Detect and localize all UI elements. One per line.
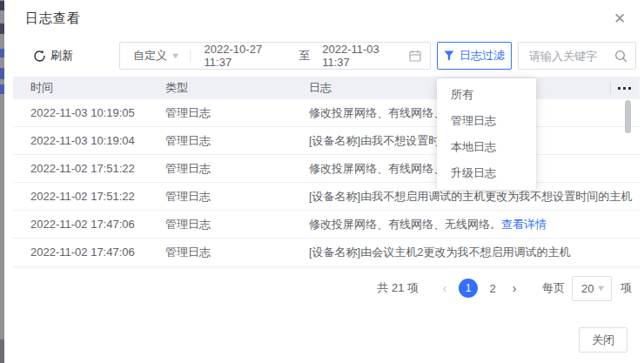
table-row: 2022-11-03 10:19:05 管理日志 修改投屏网络、有线网络、无线网…: [13, 99, 640, 127]
table-row: 2022-11-02 17:47:06 管理日志 [设备名称]由会议主机2更改为…: [13, 239, 640, 266]
range-to-label: 至: [292, 48, 317, 64]
log-time: 2022-11-02 17:47:06: [30, 239, 135, 266]
menu-item-all[interactable]: 所有: [437, 82, 536, 108]
log-type: 管理日志: [165, 239, 211, 266]
range-mode-select[interactable]: 自定义: [120, 48, 171, 64]
date-range-picker[interactable]: 自定义 ▼ 2022-10-27 11:37 至 2022-11-03 11:3…: [119, 42, 431, 70]
unit-label: 项: [621, 280, 632, 296]
refresh-label: 刷新: [50, 48, 73, 64]
log-type: 管理日志: [165, 99, 211, 127]
keyword-search: [518, 42, 636, 70]
page-size-value: 20: [581, 282, 594, 295]
menu-item-local-log[interactable]: 本地日志: [437, 134, 536, 160]
chevron-down-icon: ▼: [170, 51, 180, 60]
underlay-fragment: [0, 339, 4, 363]
log-viewer-dialog: 日志查看 ✕ 刷新 自定义 ▼ 2022-10-27 11:37 至 2022-…: [4, 0, 644, 363]
filter-icon: [444, 50, 454, 61]
table-row: 2022-11-03 10:19:04 管理日志 [设备名称]由我不想设置时间的…: [13, 127, 640, 155]
search-icon[interactable]: [614, 50, 627, 63]
log-viewer-dialog-stage: 日志查看 ✕ 刷新 自定义 ▼ 2022-10-27 11:37 至 2022-…: [0, 0, 644, 363]
log-message: [设备名称]由会议主机2更改为我不想启用调试的主机: [309, 239, 570, 266]
table-row: 2022-11-02 17:51:22 管理日志 [设备名称]由我不想启用调试的…: [13, 183, 640, 211]
log-filter-menu: 所有 管理日志 本地日志 升级日志: [437, 78, 536, 190]
log-type: 管理日志: [165, 155, 211, 183]
per-page-label: 每页: [542, 280, 565, 296]
log-time: 2022-11-03 10:19:04: [30, 127, 135, 155]
calendar-icon: [409, 50, 421, 62]
underlay-fragment: [0, 49, 4, 57]
total-count-label: 共 21 项: [377, 280, 419, 296]
search-input[interactable]: [519, 50, 614, 63]
table-row: 2022-11-02 17:47:06 管理日志 修改投屏网络、有线网络、无线网…: [13, 211, 640, 239]
page-button-1-active[interactable]: 1: [459, 279, 478, 298]
page-button-2[interactable]: 2: [481, 282, 504, 295]
start-date-value[interactable]: 2022-10-27 11:37: [199, 43, 292, 69]
log-message: 修改投屏网络、有线网络、无线网络。查看详情: [309, 211, 547, 239]
refresh-button[interactable]: 刷新: [33, 48, 73, 64]
end-date-value[interactable]: 2022-11-03 11:37: [317, 43, 409, 69]
log-time: 2022-11-03 10:19:05: [30, 99, 135, 127]
range-divider: [190, 50, 191, 63]
table-bottom-border: [13, 267, 640, 268]
view-details-link[interactable]: 查看详情: [501, 218, 547, 231]
column-settings-button[interactable]: [610, 77, 634, 99]
column-header-log: 日志: [309, 77, 332, 99]
close-button[interactable]: 关闭: [579, 327, 627, 353]
log-type: 管理日志: [165, 183, 211, 211]
underlay-fragment: [0, 24, 4, 34]
table-header: 时间 类型 日志: [13, 77, 640, 99]
chevron-down-icon: ▼: [596, 284, 607, 292]
close-icon[interactable]: ✕: [609, 9, 630, 30]
menu-item-upgrade-log[interactable]: 升级日志: [437, 160, 536, 186]
menu-item-management-log[interactable]: 管理日志: [437, 108, 536, 134]
dialog-title: 日志查看: [25, 10, 81, 27]
log-filter-button[interactable]: 日志过滤: [437, 42, 512, 70]
next-page-button[interactable]: ›: [504, 281, 525, 295]
log-filter-label: 日志过滤: [460, 48, 505, 64]
underlay-fragment: [0, 68, 4, 79]
log-time: 2022-11-02 17:51:22: [30, 183, 135, 211]
page-underlay-strip: [0, 0, 4, 363]
log-type: 管理日志: [165, 127, 211, 155]
column-header-type: 类型: [165, 77, 188, 99]
log-type: 管理日志: [165, 211, 211, 239]
table-row: 2022-11-02 17:51:22 管理日志 修改投屏网络、有线网络、无线网…: [13, 155, 640, 183]
pagination: 共 21 项 ‹ 1 2 › 每页 20 ▼ 项: [377, 276, 632, 300]
header-divider: [610, 82, 611, 94]
log-time: 2022-11-02 17:47:06: [30, 211, 135, 239]
column-header-time: 时间: [30, 77, 53, 99]
underlay-fragment: [0, 84, 4, 94]
page-size-select[interactable]: 20 ▼: [572, 276, 612, 301]
more-icon: [618, 87, 634, 90]
refresh-icon: [33, 50, 46, 63]
underlay-fragment: [0, 1, 4, 10]
log-time: 2022-11-02 17:51:22: [30, 155, 135, 183]
table-scrollbar-thumb[interactable]: [625, 100, 631, 133]
log-table-body: 2022-11-03 10:19:05 管理日志 修改投屏网络、有线网络、无线网…: [13, 99, 640, 266]
prev-page-button[interactable]: ‹: [434, 281, 455, 295]
